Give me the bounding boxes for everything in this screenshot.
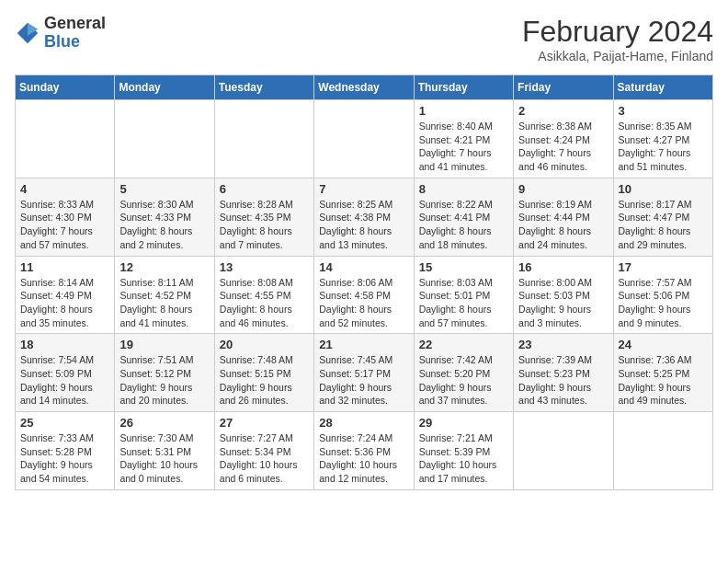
day-info: Sunrise: 7:39 AM Sunset: 5:23 PM Dayligh… <box>518 353 608 408</box>
calendar-week-row: 4Sunrise: 8:33 AM Sunset: 4:30 PM Daylig… <box>16 178 713 256</box>
day-number: 28 <box>319 416 408 430</box>
calendar-cell: 9Sunrise: 8:19 AM Sunset: 4:44 PM Daylig… <box>514 178 613 256</box>
day-info: Sunrise: 8:19 AM Sunset: 4:44 PM Dayligh… <box>518 198 608 252</box>
day-info: Sunrise: 8:30 AM Sunset: 4:33 PM Dayligh… <box>119 198 209 252</box>
day-info: Sunrise: 8:22 AM Sunset: 4:41 PM Dayligh… <box>419 198 508 252</box>
day-number: 2 <box>518 104 608 118</box>
day-info: Sunrise: 8:11 AM Sunset: 4:52 PM Dayligh… <box>119 276 209 330</box>
calendar-header-row: SundayMondayTuesdayWednesdayThursdayFrid… <box>16 75 713 100</box>
calendar-cell: 24Sunrise: 7:36 AM Sunset: 5:25 PM Dayli… <box>613 334 712 412</box>
calendar-cell: 26Sunrise: 7:30 AM Sunset: 5:31 PM Dayli… <box>115 412 214 490</box>
day-number: 21 <box>319 338 408 351</box>
day-info: Sunrise: 7:30 AM Sunset: 5:31 PM Dayligh… <box>119 431 209 486</box>
title-block: February 2024 Asikkala, Paijat-Hame, Fin… <box>522 15 713 63</box>
weekday-header: Thursday <box>414 75 513 100</box>
calendar-week-row: 1Sunrise: 8:40 AM Sunset: 4:21 PM Daylig… <box>16 100 713 178</box>
calendar-cell: 7Sunrise: 8:25 AM Sunset: 4:38 PM Daylig… <box>314 178 414 256</box>
weekday-header: Saturday <box>613 75 712 100</box>
calendar-cell: 18Sunrise: 7:54 AM Sunset: 5:09 PM Dayli… <box>16 334 115 412</box>
page-header: General Blue February 2024 Asikkala, Pai… <box>15 15 713 63</box>
day-number: 4 <box>20 182 109 196</box>
day-info: Sunrise: 8:25 AM Sunset: 4:38 PM Dayligh… <box>319 198 408 252</box>
calendar-cell: 21Sunrise: 7:45 AM Sunset: 5:17 PM Dayli… <box>314 334 414 412</box>
day-number: 22 <box>419 338 508 351</box>
day-info: Sunrise: 7:45 AM Sunset: 5:17 PM Dayligh… <box>319 353 408 408</box>
calendar-cell: 15Sunrise: 8:03 AM Sunset: 5:01 PM Dayli… <box>414 256 513 334</box>
day-info: Sunrise: 8:06 AM Sunset: 4:58 PM Dayligh… <box>319 276 408 330</box>
day-number: 5 <box>119 182 209 196</box>
day-number: 7 <box>319 182 408 196</box>
day-number: 26 <box>119 416 209 430</box>
weekday-header: Monday <box>115 75 214 100</box>
day-info: Sunrise: 7:57 AM Sunset: 5:06 PM Dayligh… <box>619 276 708 330</box>
calendar-cell: 5Sunrise: 8:30 AM Sunset: 4:33 PM Daylig… <box>115 178 214 256</box>
calendar-cell <box>115 100 214 178</box>
day-number: 15 <box>419 260 508 274</box>
day-number: 12 <box>119 260 209 274</box>
day-info: Sunrise: 8:17 AM Sunset: 4:47 PM Dayligh… <box>619 198 708 252</box>
calendar-cell: 3Sunrise: 8:35 AM Sunset: 4:27 PM Daylig… <box>613 100 712 178</box>
day-info: Sunrise: 7:27 AM Sunset: 5:34 PM Dayligh… <box>220 431 309 486</box>
calendar-cell: 10Sunrise: 8:17 AM Sunset: 4:47 PM Dayli… <box>613 178 712 256</box>
weekday-header: Friday <box>514 75 613 100</box>
calendar-cell: 29Sunrise: 7:21 AM Sunset: 5:39 PM Dayli… <box>414 412 513 490</box>
calendar-cell: 23Sunrise: 7:39 AM Sunset: 5:23 PM Dayli… <box>514 334 613 412</box>
day-info: Sunrise: 8:38 AM Sunset: 4:24 PM Dayligh… <box>518 120 608 174</box>
calendar-cell: 4Sunrise: 8:33 AM Sunset: 4:30 PM Daylig… <box>16 178 115 256</box>
day-info: Sunrise: 8:00 AM Sunset: 5:03 PM Dayligh… <box>518 276 608 330</box>
calendar-cell: 16Sunrise: 8:00 AM Sunset: 5:03 PM Dayli… <box>514 256 613 334</box>
calendar-cell <box>16 100 115 178</box>
day-info: Sunrise: 7:36 AM Sunset: 5:25 PM Dayligh… <box>619 353 708 408</box>
day-number: 29 <box>419 416 508 430</box>
day-number: 16 <box>518 260 608 274</box>
calendar-cell: 13Sunrise: 8:08 AM Sunset: 4:55 PM Dayli… <box>214 256 313 334</box>
calendar-cell <box>514 412 613 490</box>
calendar-cell: 12Sunrise: 8:11 AM Sunset: 4:52 PM Dayli… <box>115 256 214 334</box>
calendar-week-row: 25Sunrise: 7:33 AM Sunset: 5:28 PM Dayli… <box>16 412 713 490</box>
day-info: Sunrise: 7:51 AM Sunset: 5:12 PM Dayligh… <box>119 353 209 408</box>
day-number: 18 <box>20 338 109 351</box>
day-info: Sunrise: 8:40 AM Sunset: 4:21 PM Dayligh… <box>419 120 508 174</box>
calendar-cell: 19Sunrise: 7:51 AM Sunset: 5:12 PM Dayli… <box>115 334 214 412</box>
calendar-cell: 20Sunrise: 7:48 AM Sunset: 5:15 PM Dayli… <box>214 334 313 412</box>
calendar-cell: 1Sunrise: 8:40 AM Sunset: 4:21 PM Daylig… <box>414 100 513 178</box>
day-info: Sunrise: 8:33 AM Sunset: 4:30 PM Dayligh… <box>20 198 109 252</box>
day-info: Sunrise: 8:08 AM Sunset: 4:55 PM Dayligh… <box>220 276 309 330</box>
calendar-cell: 28Sunrise: 7:24 AM Sunset: 5:36 PM Dayli… <box>314 412 414 490</box>
weekday-header: Wednesday <box>314 75 414 100</box>
day-number: 14 <box>319 260 408 274</box>
day-info: Sunrise: 8:28 AM Sunset: 4:35 PM Dayligh… <box>220 198 309 252</box>
calendar-cell: 22Sunrise: 7:42 AM Sunset: 5:20 PM Dayli… <box>414 334 513 412</box>
day-info: Sunrise: 8:35 AM Sunset: 4:27 PM Dayligh… <box>619 120 708 174</box>
day-number: 11 <box>20 260 109 274</box>
logo-general-text: General <box>44 15 106 33</box>
day-number: 1 <box>419 104 508 118</box>
day-info: Sunrise: 7:54 AM Sunset: 5:09 PM Dayligh… <box>20 353 109 408</box>
day-number: 6 <box>220 182 309 196</box>
calendar-cell: 8Sunrise: 8:22 AM Sunset: 4:41 PM Daylig… <box>414 178 513 256</box>
weekday-header: Sunday <box>16 75 115 100</box>
calendar-week-row: 18Sunrise: 7:54 AM Sunset: 5:09 PM Dayli… <box>16 334 713 412</box>
month-title: February 2024 <box>522 15 713 49</box>
calendar-table: SundayMondayTuesdayWednesdayThursdayFrid… <box>15 75 713 490</box>
day-number: 24 <box>619 338 708 351</box>
calendar-cell: 2Sunrise: 8:38 AM Sunset: 4:24 PM Daylig… <box>514 100 613 178</box>
day-info: Sunrise: 7:21 AM Sunset: 5:39 PM Dayligh… <box>419 431 508 486</box>
logo-icon <box>15 20 40 46</box>
day-number: 10 <box>619 182 708 196</box>
logo-blue-text: Blue <box>44 33 106 52</box>
calendar-cell <box>214 100 313 178</box>
day-number: 25 <box>20 416 109 430</box>
day-info: Sunrise: 7:42 AM Sunset: 5:20 PM Dayligh… <box>419 353 508 408</box>
day-number: 9 <box>518 182 608 196</box>
calendar-cell: 17Sunrise: 7:57 AM Sunset: 5:06 PM Dayli… <box>613 256 712 334</box>
day-number: 27 <box>220 416 309 430</box>
day-number: 20 <box>220 338 309 351</box>
day-info: Sunrise: 7:33 AM Sunset: 5:28 PM Dayligh… <box>20 431 109 486</box>
location-subtitle: Asikkala, Paijat-Hame, Finland <box>522 49 713 63</box>
calendar-cell <box>613 412 712 490</box>
weekday-header: Tuesday <box>214 75 313 100</box>
calendar-cell: 6Sunrise: 8:28 AM Sunset: 4:35 PM Daylig… <box>214 178 313 256</box>
day-number: 3 <box>619 104 708 118</box>
calendar-cell: 27Sunrise: 7:27 AM Sunset: 5:34 PM Dayli… <box>214 412 313 490</box>
